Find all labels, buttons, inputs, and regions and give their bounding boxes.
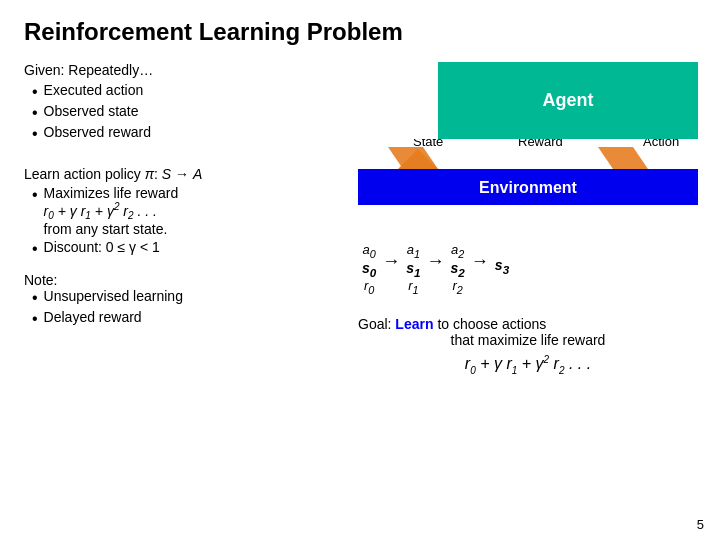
goal-prefix: Goal: <box>358 316 395 332</box>
maximizes-label: Maximizes life reward <box>44 185 179 201</box>
seq-a1: a1 <box>407 242 420 260</box>
from-any-state: from any start state. <box>44 221 179 237</box>
bullet-label: Unsupervised learning <box>44 288 183 304</box>
seq-s1: a1 s1 r1 <box>406 242 420 296</box>
bullet-label: Executed action <box>44 82 144 98</box>
bullet-label: Observed state <box>44 103 139 119</box>
diagram-svg: State Reward Action Environment <box>358 139 698 229</box>
bullet-dot: • <box>32 288 38 307</box>
seq-arrow2: → <box>427 242 445 282</box>
bullet-dot: • <box>32 103 38 122</box>
seq-r2: r2 <box>453 278 463 296</box>
seq-s2: a2 s2 r2 <box>451 242 465 296</box>
slide: Reinforcement Learning Problem Given: Re… <box>0 0 720 540</box>
env-label: Environment <box>479 179 577 196</box>
bullet-observed-reward: • Observed reward <box>24 124 334 143</box>
seq-state-s2: s2 <box>451 260 465 279</box>
bullet-executed-action: • Executed action <box>24 82 334 101</box>
bullet-maximizes: • Maximizes life reward r0 + γ r1 + γ2 r… <box>24 185 334 237</box>
action-text: Action <box>643 139 679 149</box>
goal-line2: that maximize life reward <box>358 332 698 348</box>
maximizes-content: Maximizes life reward r0 + γ r1 + γ2 r2 … <box>44 185 179 237</box>
given-intro: Given: Repeatedly… <box>24 62 334 78</box>
action-down-arrow <box>598 147 648 169</box>
policy-text: Learn action policy π: S → A <box>24 166 202 182</box>
bullet-dot: • <box>32 124 38 143</box>
goal-highlight: Learn <box>395 316 433 332</box>
seq-a2: a2 <box>451 242 464 260</box>
bullet-dot: • <box>32 185 38 204</box>
bullet-observed-state: • Observed state <box>24 103 334 122</box>
seq-state-s0: s0 <box>362 260 376 279</box>
policy-section: Learn action policy π: S → A • Maximizes… <box>24 164 334 259</box>
seq-r1: r1 <box>408 278 418 296</box>
seq-a0: a0 <box>363 242 376 260</box>
seq-state-s1: s1 <box>406 260 420 279</box>
bullet-discount: • Discount: 0 ≤ γ < 1 <box>24 239 334 258</box>
slide-title: Reinforcement Learning Problem <box>24 18 696 46</box>
sequence-section: a0 s0 r0 → a1 s1 r1 → a2 s2 r2 → <box>358 242 698 296</box>
reward-text: Reward <box>518 139 563 149</box>
goal-line1: Goal: Learn to choose actions <box>358 316 698 332</box>
seq-state-s3: s3 <box>495 257 509 276</box>
reward-formula: r0 + γ r1 + γ2 r2 . . . <box>44 201 179 221</box>
seq-arrow3: → <box>471 242 489 282</box>
bullet-dot: • <box>32 309 38 328</box>
seq-s0: a0 s0 r0 <box>362 242 376 296</box>
state-text: State <box>413 139 443 149</box>
seq-arrow1: → <box>382 242 400 282</box>
bullet-dot: • <box>32 82 38 101</box>
left-column: Given: Repeatedly… • Executed action • O… <box>24 62 334 376</box>
bullet-label: Observed reward <box>44 124 151 140</box>
policy-intro: Learn action policy π: S → A <box>24 164 334 185</box>
goal-section: Goal: Learn to choose actions that maxim… <box>358 316 698 376</box>
page-number: 5 <box>697 517 704 532</box>
given-section: Given: Repeatedly… • Executed action • O… <box>24 62 334 144</box>
goal-suffix: to choose actions <box>437 316 546 332</box>
bullet-unsupervised: • Unsupervised learning <box>24 288 334 307</box>
bullet-delayed-reward: • Delayed reward <box>24 309 334 328</box>
agent-label: Agent <box>543 90 594 110</box>
seq-s3: a s3 <box>495 242 509 276</box>
bullet-dot: • <box>32 239 38 258</box>
note-section: Note: • Unsupervised learning • Delayed … <box>24 272 334 328</box>
bullet-label: Delayed reward <box>44 309 142 325</box>
goal-formula: r0 + γ r1 + γ2 r2 . . . <box>358 354 698 376</box>
diagram-area: State Reward Action Environment <box>358 139 698 232</box>
state-up-arrow <box>388 147 438 169</box>
right-column: Agent State Reward <box>358 62 698 376</box>
discount-label: Discount: 0 ≤ γ < 1 <box>44 239 160 255</box>
seq-r0: r0 <box>364 278 374 296</box>
agent-box: Agent <box>438 62 698 139</box>
note-intro: Note: <box>24 272 334 288</box>
